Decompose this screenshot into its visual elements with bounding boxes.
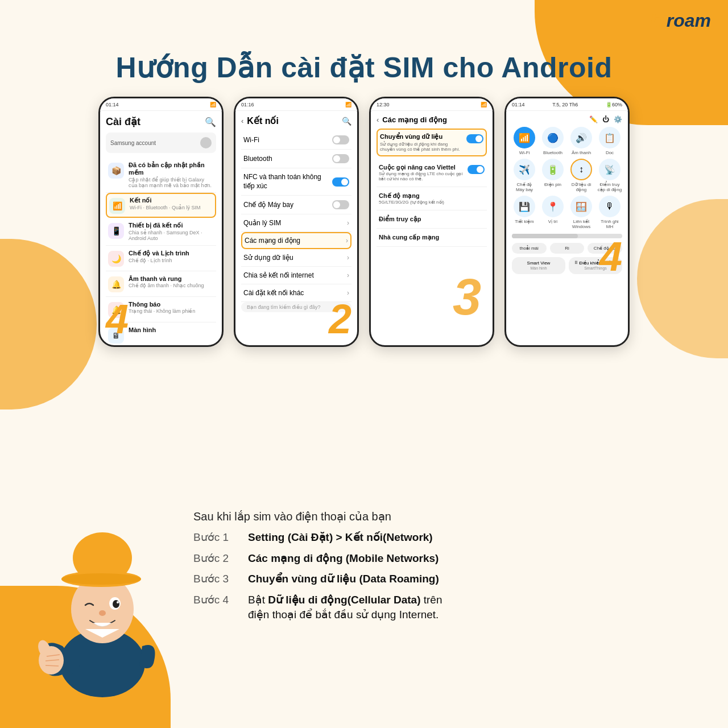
qs-item-airplane[interactable]: ✈️ Chế độ Máy bay xyxy=(512,159,537,192)
phone4-brightness-fill xyxy=(512,234,578,238)
phone2-bluetooth-toggle[interactable] xyxy=(332,154,349,163)
settings-item-update[interactable]: 📦 Đã có bản cập nhật phần mềm Cập nhật đ… xyxy=(106,158,216,193)
samsung-account-row: Samsung account xyxy=(106,133,216,153)
qs-sound-icon: 🔊 xyxy=(570,127,592,148)
phone3-time: 12:30 xyxy=(377,102,390,107)
step3-label: Bước 3 xyxy=(193,572,239,585)
phone2-time: 01:16 xyxy=(241,102,254,107)
step4-desc: Bật Dữ liệu di động(Cellular Data) trênđ… xyxy=(248,593,442,623)
phone2-nfc-row[interactable]: NFC và thanh toán không tiếp xúc xyxy=(241,168,351,196)
phone-2-connection: 01:16 📶 ‹ Kết nối 🔍 Wi-Fi Bluetooth NFC … xyxy=(234,97,359,347)
phone3-roaming-toggle[interactable] xyxy=(466,134,483,143)
instructions-area: Sau khi lắp sim vào điện thoại của bạn B… xyxy=(193,504,700,623)
devices-text: Thiết bị đã kết nối Chia sẻ nhanh · Sams… xyxy=(129,222,214,241)
phone3-viettel-text: Cuộc gọi nâng cao Viettel Sử dụng mạng d… xyxy=(379,164,464,181)
phone2-wifi-toggle[interactable] xyxy=(332,135,349,144)
intro-text: Sau khi lắp sim vào điện thoại của bạn xyxy=(193,510,700,523)
phone4-edit-icon[interactable]: ✏️ xyxy=(589,115,598,123)
mode-title: Chế độ và Lịch trình xyxy=(129,250,214,257)
phone4-day: T.5, 20 Th6 xyxy=(552,102,578,107)
settings-item-devices[interactable]: 📱 Thiết bị đã kết nối Chia sẻ nhanh · Sa… xyxy=(106,218,216,246)
qs-item-hotspot-access[interactable]: 📡 Điểm truy cập di động xyxy=(597,159,622,192)
phone2-search-icon[interactable]: 🔍 xyxy=(342,117,351,126)
qs-windows-icon: 🪟 xyxy=(570,196,592,217)
settings-item-connection[interactable]: 📶 Kết nối Wi-Fi · Bluetooth · Quản lý SI… xyxy=(106,193,216,218)
step-number-phone1: 4 xyxy=(106,299,129,340)
bottom-section: Sau khi lắp sim vào điện thoại của bạn B… xyxy=(28,504,700,700)
qs-mobile-data-label: Dữ liệu di động xyxy=(569,182,594,192)
qs-battery-label: Điện pin xyxy=(544,182,561,187)
phone2-sim-row[interactable]: Quản lý SIM › xyxy=(241,214,351,232)
phone4-status-bar: 01:14 T.5, 20 Th6 🔋60% xyxy=(506,98,628,111)
phone4-top-controls: ✏️ ⏻ ⚙️ xyxy=(512,115,622,123)
devices-title: Thiết bị đã kết nối xyxy=(129,222,214,229)
phone2-nfc-label: NFC và thanh toán không tiếp xúc xyxy=(243,173,323,191)
phone4-quick-settings-grid: 📶 Wi-Fi 🔵 Bluetooth 🔊 Âm thanh 📋 Doc xyxy=(512,127,622,229)
phone4-screen: ✏️ ⏻ ⚙️ 📶 Wi-Fi 🔵 Bluetooth 🔊 Âm thanh xyxy=(506,111,628,345)
settings-item-sound[interactable]: 🔔 Âm thanh và rung Chế độ âm thanh · Nhạ… xyxy=(106,271,216,297)
phone2-nfc-toggle[interactable] xyxy=(332,177,349,187)
qs-item-windows[interactable]: 🪟 Liên kết Windows xyxy=(569,196,594,229)
step-row-2: Bước 2 Các mạng di động (Mobile Networks… xyxy=(193,551,700,566)
phone2-data-usage-label: Sử dụng dữ liệu xyxy=(243,254,293,262)
phone2-mobile-networks-arrow: › xyxy=(346,237,348,245)
phone1-search-icon[interactable]: 🔍 xyxy=(205,117,216,127)
phone2-sim-label: Quản lý SIM xyxy=(243,219,281,227)
qs-wifi-label: Wi-Fi xyxy=(519,150,530,155)
phone4-mode-ri[interactable]: Ri xyxy=(550,243,585,254)
phone3-viettel-row[interactable]: Cuộc gọi nâng cao Viettel Sử dụng mạng d… xyxy=(377,159,487,187)
phone2-more-settings-label: Cài đặt kết nối khác xyxy=(243,289,304,297)
phone4-power-icon[interactable]: ⏻ xyxy=(602,115,609,123)
qs-item-record[interactable]: 🎙 Trình ghi MH xyxy=(597,196,622,229)
qs-item-doc[interactable]: 📋 Doc xyxy=(597,127,622,155)
phone2-status-bar: 01:16 📶 xyxy=(235,98,357,111)
qs-item-save[interactable]: 💾 Tiết kiệm xyxy=(512,196,537,229)
phone3-status-bar: 12:30 📶 xyxy=(371,98,493,111)
phone3-access-point-row[interactable]: Điểm truy cập xyxy=(377,210,487,229)
phone3-viettel-title: Cuộc gọi nâng cao Viettel xyxy=(379,164,464,171)
phone4-settings-icon[interactable]: ⚙️ xyxy=(614,115,622,123)
phone-1-settings: 01:14 📶 Cài đặt 🔍 Samsung account 📦 Đã c… xyxy=(98,97,224,347)
qs-item-mobile-data[interactable]: ↕ Dữ liệu di động xyxy=(569,159,594,192)
phone2-bluetooth-row[interactable]: Bluetooth xyxy=(241,150,351,168)
settings-item-mode[interactable]: 🌙 Chế độ và Lịch trình Chế độ · Lịch trì… xyxy=(106,246,216,271)
phone3-back-arrow[interactable]: ‹ xyxy=(377,115,379,124)
step-number-phone2: 2 xyxy=(329,299,351,340)
svg-point-5 xyxy=(61,573,141,585)
qs-location-icon: 📍 xyxy=(542,196,564,217)
phone2-mobile-networks-row[interactable]: Các mạng di động › xyxy=(241,232,351,249)
phone-3-mobile-networks: 12:30 📶 ‹ Các mạng di động Chuyển vùng d… xyxy=(369,97,494,347)
phone3-viettel-toggle[interactable] xyxy=(468,165,485,174)
phone3-network-mode-title: Chế độ mạng xyxy=(379,192,485,200)
qs-item-wifi[interactable]: 📶 Wi-Fi xyxy=(512,127,537,155)
step-row-1: Bước 1 Setting (Cài Đặt) > Kết nối(Netwo… xyxy=(193,530,700,545)
phone3-viettel-sub: Sử dụng mạng di động LTE cho cuộc gọi bấ… xyxy=(379,171,464,181)
qs-location-label: Vị trí xyxy=(548,219,558,224)
phone3-network-mode-row[interactable]: Chế độ mạng 5G/LTE/3G/2G (tự động kết nố… xyxy=(377,187,487,210)
phone2-data-usage-row[interactable]: Sử dụng dữ liệu › xyxy=(241,249,351,267)
connection-title: Kết nối xyxy=(130,197,213,204)
logo-hi: hi xyxy=(650,10,666,31)
phone1-time: 01:14 xyxy=(106,102,119,107)
phone4-smart-view-btn[interactable]: Smart ViewMàn hình xyxy=(512,257,565,274)
qs-item-bluetooth[interactable]: 🔵 Bluetooth xyxy=(540,127,565,155)
phone2-back-arrow[interactable]: ‹ xyxy=(241,117,243,125)
svg-point-7 xyxy=(113,600,119,608)
phone3-network-provider-row[interactable]: Nhà cung cấp mạng xyxy=(377,229,487,247)
phone2-airplane-toggle[interactable] xyxy=(332,200,349,209)
display-title: Màn hình xyxy=(129,326,214,333)
qs-item-sound[interactable]: 🔊 Âm thanh xyxy=(569,127,594,155)
qs-item-battery[interactable]: 🔋 Điện pin xyxy=(540,159,565,192)
phone2-airplane-row[interactable]: Chế độ Máy bay xyxy=(241,196,351,214)
phone4-icons: 🔋60% xyxy=(606,102,622,107)
step1-desc: Setting (Cài Đặt) > Kết nối(Network) xyxy=(248,530,433,545)
phone2-hotspot-row[interactable]: Chia sẻ kết nối internet › xyxy=(241,267,351,284)
qs-save-label: Tiết kiệm xyxy=(515,219,533,224)
sound-title: Âm thanh và rung xyxy=(129,275,214,282)
qs-item-location[interactable]: 📍 Vị trí xyxy=(540,196,565,229)
qs-bluetooth-label: Bluetooth xyxy=(543,150,562,155)
phone2-wifi-row[interactable]: Wi-Fi xyxy=(241,131,351,150)
phone3-roaming-row[interactable]: Chuyển vùng dữ liệu Sử dụng dữ liệu di đ… xyxy=(377,129,487,156)
step3-desc: Chuyển vùng dữ liệu (Data Roaming) xyxy=(248,572,439,587)
phone4-mode-comfortable[interactable]: thoải mái xyxy=(512,243,547,254)
